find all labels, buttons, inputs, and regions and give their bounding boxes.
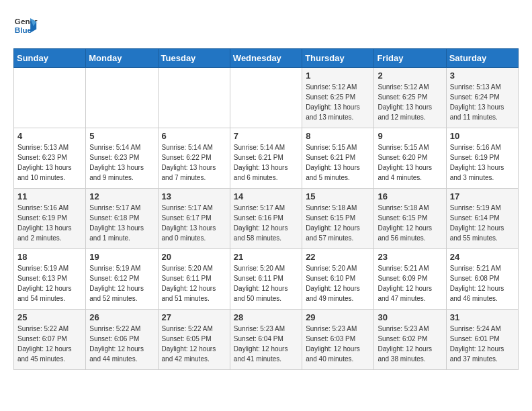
day-number: 20 (162, 252, 226, 262)
calendar-cell: 9Sunrise: 5:15 AM Sunset: 6:20 PM Daylig… (374, 128, 446, 189)
calendar-cell: 10Sunrise: 5:16 AM Sunset: 6:19 PM Dayli… (446, 128, 518, 189)
calendar-cell: 17Sunrise: 5:19 AM Sunset: 6:14 PM Dayli… (446, 189, 518, 249)
day-number: 9 (378, 131, 442, 141)
calendar-cell: 26Sunrise: 5:22 AM Sunset: 6:06 PM Dayli… (86, 310, 158, 370)
svg-text:Blue: Blue (15, 26, 32, 34)
calendar-cell: 3Sunrise: 5:13 AM Sunset: 6:24 PM Daylig… (446, 68, 518, 128)
day-info: Sunrise: 5:22 AM Sunset: 6:05 PM Dayligh… (162, 324, 226, 364)
day-number: 3 (450, 71, 515, 81)
day-info: Sunrise: 5:21 AM Sunset: 6:08 PM Dayligh… (450, 263, 515, 304)
day-number: 26 (89, 312, 154, 322)
calendar-cell: 7Sunrise: 5:14 AM Sunset: 6:21 PM Daylig… (230, 128, 302, 189)
weekday-header-thursday: Thursday (302, 49, 374, 68)
day-number: 25 (17, 312, 82, 322)
calendar-cell: 22Sunrise: 5:20 AM Sunset: 6:10 PM Dayli… (302, 249, 374, 310)
calendar-cell: 28Sunrise: 5:23 AM Sunset: 6:04 PM Dayli… (230, 310, 302, 370)
weekday-header-wednesday: Wednesday (230, 49, 302, 68)
day-info: Sunrise: 5:17 AM Sunset: 6:17 PM Dayligh… (162, 203, 226, 243)
day-number: 8 (306, 131, 370, 141)
calendar-cell: 23Sunrise: 5:21 AM Sunset: 6:09 PM Dayli… (374, 249, 446, 310)
day-info: Sunrise: 5:15 AM Sunset: 6:20 PM Dayligh… (378, 142, 442, 183)
day-info: Sunrise: 5:17 AM Sunset: 6:18 PM Dayligh… (89, 203, 154, 243)
calendar-cell: 4Sunrise: 5:13 AM Sunset: 6:23 PM Daylig… (14, 128, 86, 189)
weekday-header-tuesday: Tuesday (158, 49, 230, 68)
day-info: Sunrise: 5:20 AM Sunset: 6:11 PM Dayligh… (162, 263, 226, 304)
day-number: 10 (450, 131, 515, 141)
day-info: Sunrise: 5:16 AM Sunset: 6:19 PM Dayligh… (450, 142, 515, 183)
calendar-week-row: 11Sunrise: 5:16 AM Sunset: 6:19 PM Dayli… (14, 189, 519, 249)
day-number: 23 (378, 252, 442, 262)
calendar-cell: 14Sunrise: 5:17 AM Sunset: 6:16 PM Dayli… (230, 189, 302, 249)
day-number: 14 (234, 191, 298, 201)
calendar-week-row: 4Sunrise: 5:13 AM Sunset: 6:23 PM Daylig… (14, 128, 519, 189)
day-number: 4 (17, 131, 82, 141)
calendar-cell: 27Sunrise: 5:22 AM Sunset: 6:05 PM Dayli… (158, 310, 230, 370)
weekday-header-sunday: Sunday (14, 49, 86, 68)
day-info: Sunrise: 5:12 AM Sunset: 6:25 PM Dayligh… (306, 82, 370, 122)
calendar-cell (230, 68, 302, 128)
day-number: 12 (89, 191, 154, 201)
calendar-cell: 5Sunrise: 5:14 AM Sunset: 6:23 PM Daylig… (86, 128, 158, 189)
calendar-cell: 16Sunrise: 5:18 AM Sunset: 6:15 PM Dayli… (374, 189, 446, 249)
day-info: Sunrise: 5:17 AM Sunset: 6:16 PM Dayligh… (234, 203, 298, 243)
weekday-header-monday: Monday (86, 49, 158, 68)
day-number: 15 (306, 191, 370, 201)
calendar-cell: 1Sunrise: 5:12 AM Sunset: 6:25 PM Daylig… (302, 68, 374, 128)
calendar-cell: 15Sunrise: 5:18 AM Sunset: 6:15 PM Dayli… (302, 189, 374, 249)
day-info: Sunrise: 5:22 AM Sunset: 6:07 PM Dayligh… (17, 324, 82, 364)
day-number: 5 (89, 131, 154, 141)
calendar-cell: 19Sunrise: 5:19 AM Sunset: 6:12 PM Dayli… (86, 249, 158, 310)
day-number: 6 (162, 131, 226, 141)
calendar-cell: 2Sunrise: 5:12 AM Sunset: 6:25 PM Daylig… (374, 68, 446, 128)
calendar-cell: 13Sunrise: 5:17 AM Sunset: 6:17 PM Dayli… (158, 189, 230, 249)
day-info: Sunrise: 5:23 AM Sunset: 6:04 PM Dayligh… (234, 324, 298, 364)
day-number: 21 (234, 252, 298, 262)
day-info: Sunrise: 5:18 AM Sunset: 6:15 PM Dayligh… (306, 203, 370, 243)
day-info: Sunrise: 5:14 AM Sunset: 6:23 PM Dayligh… (89, 142, 154, 183)
day-number: 29 (306, 312, 370, 322)
logo: General Blue (13, 13, 38, 38)
day-info: Sunrise: 5:22 AM Sunset: 6:06 PM Dayligh… (89, 324, 154, 364)
day-info: Sunrise: 5:21 AM Sunset: 6:09 PM Dayligh… (378, 263, 442, 304)
calendar-cell: 30Sunrise: 5:23 AM Sunset: 6:02 PM Dayli… (374, 310, 446, 370)
day-number: 13 (162, 191, 226, 201)
calendar-cell (14, 68, 86, 128)
day-info: Sunrise: 5:15 AM Sunset: 6:21 PM Dayligh… (306, 142, 370, 183)
day-info: Sunrise: 5:18 AM Sunset: 6:15 PM Dayligh… (378, 203, 442, 243)
weekday-header-friday: Friday (374, 49, 446, 68)
day-info: Sunrise: 5:19 AM Sunset: 6:14 PM Dayligh… (450, 203, 515, 243)
calendar-cell: 12Sunrise: 5:17 AM Sunset: 6:18 PM Dayli… (86, 189, 158, 249)
day-number: 18 (17, 252, 82, 262)
weekday-header-row: SundayMondayTuesdayWednesdayThursdayFrid… (14, 49, 519, 68)
calendar-cell (86, 68, 158, 128)
day-info: Sunrise: 5:13 AM Sunset: 6:23 PM Dayligh… (17, 142, 82, 183)
day-number: 19 (89, 252, 154, 262)
day-info: Sunrise: 5:12 AM Sunset: 6:25 PM Dayligh… (378, 82, 442, 122)
day-number: 27 (162, 312, 226, 322)
calendar-cell: 21Sunrise: 5:20 AM Sunset: 6:11 PM Dayli… (230, 249, 302, 310)
calendar-cell: 8Sunrise: 5:15 AM Sunset: 6:21 PM Daylig… (302, 128, 374, 189)
logo-icon: General Blue (13, 13, 38, 38)
day-number: 31 (450, 312, 515, 322)
day-number: 28 (234, 312, 298, 322)
calendar-cell: 29Sunrise: 5:23 AM Sunset: 6:03 PM Dayli… (302, 310, 374, 370)
day-number: 7 (234, 131, 298, 141)
day-info: Sunrise: 5:13 AM Sunset: 6:24 PM Dayligh… (450, 82, 515, 122)
day-info: Sunrise: 5:14 AM Sunset: 6:21 PM Dayligh… (234, 142, 298, 183)
calendar-week-row: 25Sunrise: 5:22 AM Sunset: 6:07 PM Dayli… (14, 310, 519, 370)
calendar-cell (158, 68, 230, 128)
day-number: 22 (306, 252, 370, 262)
calendar-table: SundayMondayTuesdayWednesdayThursdayFrid… (13, 48, 519, 370)
calendar-cell: 20Sunrise: 5:20 AM Sunset: 6:11 PM Dayli… (158, 249, 230, 310)
calendar-week-row: 1Sunrise: 5:12 AM Sunset: 6:25 PM Daylig… (14, 68, 519, 128)
calendar-week-row: 18Sunrise: 5:19 AM Sunset: 6:13 PM Dayli… (14, 249, 519, 310)
calendar-cell: 11Sunrise: 5:16 AM Sunset: 6:19 PM Dayli… (14, 189, 86, 249)
day-number: 17 (450, 191, 515, 201)
day-number: 11 (17, 191, 82, 201)
day-info: Sunrise: 5:24 AM Sunset: 6:01 PM Dayligh… (450, 324, 515, 364)
day-info: Sunrise: 5:16 AM Sunset: 6:19 PM Dayligh… (17, 203, 82, 243)
calendar-cell: 25Sunrise: 5:22 AM Sunset: 6:07 PM Dayli… (14, 310, 86, 370)
weekday-header-saturday: Saturday (446, 49, 518, 68)
calendar-cell: 18Sunrise: 5:19 AM Sunset: 6:13 PM Dayli… (14, 249, 86, 310)
day-number: 2 (378, 71, 442, 81)
